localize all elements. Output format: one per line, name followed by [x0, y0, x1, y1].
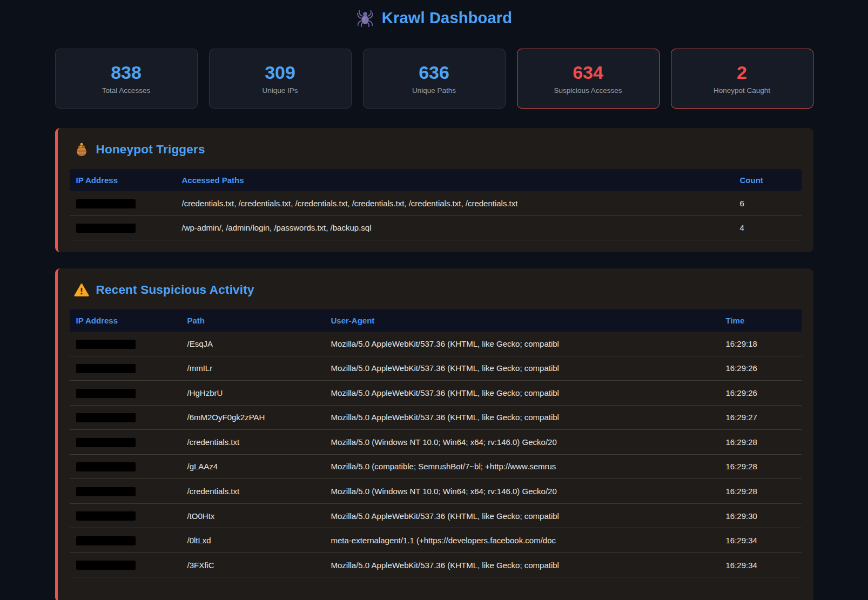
ip-cell — [70, 503, 181, 528]
time-cell: 16:29:26 — [719, 381, 802, 406]
stat-label: Unique Paths — [412, 86, 456, 95]
path-cell: /HgHzbrU — [181, 381, 325, 406]
time-cell: 16:29:34 — [719, 528, 802, 553]
stat-label: Total Accesses — [102, 86, 150, 95]
honeypot-icon — [74, 142, 89, 157]
stat-value: 634 — [573, 63, 603, 82]
redacted-ip-bar — [76, 462, 136, 471]
ip-cell — [70, 430, 181, 455]
redacted-ip-bar — [76, 340, 136, 349]
honeypot-table: IP Address Accessed Paths Count /credent… — [70, 169, 802, 240]
stat-card: 634 Suspicious Accesses — [517, 49, 660, 109]
redacted-ip-bar — [76, 536, 136, 545]
warning-icon — [74, 282, 89, 298]
column-header-count: Count — [734, 169, 802, 191]
redacted-ip-bar — [76, 487, 136, 496]
time-cell: 16:29:18 — [719, 332, 802, 356]
stats-row: 838 Total Accesses 309 Unique IPs 636 Un… — [55, 49, 813, 109]
activity-section-heading: Recent Suspicious Activity — [96, 283, 254, 297]
redacted-ip-bar — [76, 364, 136, 373]
time-cell: 16:29:30 — [719, 503, 802, 528]
honeypot-table-header: IP Address Accessed Paths Count — [70, 169, 802, 191]
column-header-paths: Accessed Paths — [176, 169, 734, 191]
user-agent-cell: Mozilla/5.0 (Windows NT 10.0; Win64; x64… — [325, 479, 719, 504]
time-cell: 16:29:28 — [719, 479, 802, 504]
path-cell: /gLAAz4 — [181, 454, 325, 479]
redacted-ip-bar — [76, 561, 136, 570]
user-agent-cell: Mozilla/5.0 AppleWebKit/537.36 (KHTML, l… — [325, 405, 719, 430]
suspicious-activity-section: Recent Suspicious Activity IP Address Pa… — [55, 268, 813, 600]
stat-label: Unique IPs — [262, 86, 298, 95]
column-header-ip: IP Address — [70, 169, 176, 191]
ip-cell — [70, 454, 181, 479]
spider-icon — [356, 9, 374, 27]
path-cell: /0ltLxd — [181, 528, 325, 553]
redacted-ip-bar — [76, 199, 136, 208]
activity-row: /credentials.txt Mozilla/5.0 (Windows NT… — [70, 479, 802, 504]
activity-row: /6mM2OyF0gk2zPAH Mozilla/5.0 AppleWebKit… — [70, 405, 802, 430]
column-header-ip: IP Address — [70, 309, 181, 332]
stat-value: 2 — [737, 63, 747, 82]
activity-row: /HgHzbrU Mozilla/5.0 AppleWebKit/537.36 … — [70, 381, 802, 406]
column-header-path: Path — [181, 309, 325, 332]
stat-value: 309 — [265, 63, 295, 82]
redacted-ip-bar — [76, 224, 136, 233]
stat-label: Honeypot Caught — [714, 86, 770, 95]
count-cell: 4 — [734, 215, 802, 240]
redacted-ip-bar — [76, 511, 136, 521]
honeypot-row: /wp-admin/, /admin/login, /passwords.txt… — [70, 215, 802, 240]
path-cell: /EsqJA — [181, 332, 325, 356]
column-header-user-agent: User-Agent — [325, 309, 719, 332]
page-header: Krawl Dashboard — [55, 9, 813, 27]
activity-row: /0ltLxd meta-externalagent/1.1 (+https:/… — [70, 528, 802, 553]
honeypot-triggers-section: Honeypot Triggers IP Address Accessed Pa… — [55, 128, 813, 252]
path-cell: /3FXfiC — [181, 552, 325, 577]
ip-cell — [70, 528, 181, 553]
stat-value: 636 — [419, 63, 449, 82]
activity-table-body: /EsqJA Mozilla/5.0 AppleWebKit/537.36 (K… — [70, 332, 802, 577]
honeypot-section-heading: Honeypot Triggers — [96, 143, 205, 157]
accessed-paths-cell: /credentials.txt, /credentials.txt, /cre… — [176, 191, 734, 215]
ip-cell — [70, 356, 181, 381]
user-agent-cell: Mozilla/5.0 AppleWebKit/537.36 (KHTML, l… — [325, 381, 719, 406]
activity-table-header: IP Address Path User-Agent Time — [70, 309, 802, 332]
stat-card: 309 Unique IPs — [209, 49, 352, 109]
redacted-ip-bar — [76, 389, 136, 398]
honeypot-section-title: Honeypot Triggers — [70, 142, 802, 157]
user-agent-cell: Mozilla/5.0 AppleWebKit/537.36 (KHTML, l… — [325, 332, 719, 356]
activity-table: IP Address Path User-Agent Time /EsqJA M… — [70, 309, 802, 577]
user-agent-cell: Mozilla/5.0 AppleWebKit/537.36 (KHTML, l… — [325, 552, 719, 577]
ip-cell — [70, 479, 181, 504]
panel-bottom-padding — [70, 577, 802, 590]
activity-row: /3FXfiC Mozilla/5.0 AppleWebKit/537.36 (… — [70, 552, 802, 577]
krawl-dashboard: Krawl Dashboard 838 Total Accesses 309 U… — [55, 9, 813, 600]
ip-cell — [70, 552, 181, 577]
stat-label: Suspicious Accesses — [554, 86, 622, 95]
path-cell: /6mM2OyF0gk2zPAH — [181, 405, 325, 430]
stat-card: 636 Unique Paths — [363, 49, 506, 109]
redacted-ip-bar — [76, 413, 136, 422]
activity-row: /mmILr Mozilla/5.0 AppleWebKit/537.36 (K… — [70, 356, 802, 381]
path-cell: /mmILr — [181, 356, 325, 381]
ip-cell — [70, 381, 181, 406]
user-agent-cell: meta-externalagent/1.1 (+https://develop… — [325, 528, 719, 553]
activity-row: /EsqJA Mozilla/5.0 AppleWebKit/537.36 (K… — [70, 332, 802, 356]
user-agent-cell: Mozilla/5.0 AppleWebKit/537.36 (KHTML, l… — [325, 503, 719, 528]
ip-cell — [70, 215, 176, 240]
time-cell: 16:29:34 — [719, 552, 802, 577]
path-cell: /credentials.txt — [181, 479, 325, 504]
count-cell: 6 — [734, 191, 802, 215]
activity-section-title: Recent Suspicious Activity — [70, 282, 802, 298]
path-cell: /credentials.txt — [181, 430, 325, 455]
time-cell: 16:29:26 — [719, 356, 802, 381]
ip-cell — [70, 332, 181, 356]
time-cell: 16:29:28 — [719, 454, 802, 479]
honeypot-table-body: /credentials.txt, /credentials.txt, /cre… — [70, 191, 802, 240]
user-agent-cell: Mozilla/5.0 AppleWebKit/537.36 (KHTML, l… — [325, 356, 719, 381]
redacted-ip-bar — [76, 438, 136, 447]
column-header-time: Time — [719, 309, 802, 332]
activity-row: /tO0Htx Mozilla/5.0 AppleWebKit/537.36 (… — [70, 503, 802, 528]
time-cell: 16:29:28 — [719, 430, 802, 455]
path-cell: /tO0Htx — [181, 503, 325, 528]
user-agent-cell: Mozilla/5.0 (compatible; SemrushBot/7~bl… — [325, 454, 719, 479]
